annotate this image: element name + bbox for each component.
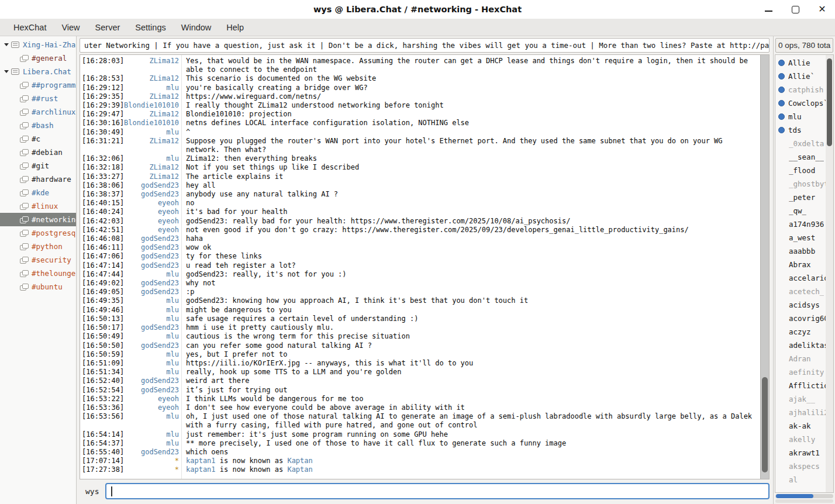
- user-row-catphish[interactable]: catphish: [775, 83, 826, 96]
- user-row--sean-[interactable]: __sean__: [775, 150, 826, 164]
- nick[interactable]: ZLima12: [123, 163, 179, 172]
- tree-row--postgresq[interactable]: #postgresq: [0, 226, 76, 240]
- user-row-allie-[interactable]: Allie`: [775, 70, 826, 83]
- nick[interactable]: godSend23: [123, 448, 179, 457]
- nick[interactable]: godSend23: [123, 234, 179, 243]
- nick[interactable]: eyeoh: [123, 395, 179, 403]
- nick[interactable]: ZLima12: [123, 110, 179, 119]
- user-row-ak-ak[interactable]: ak-ak: [775, 419, 826, 433]
- user-row-aczyz[interactable]: aczyz: [775, 325, 826, 339]
- user-row-afflictio[interactable]: Afflictio: [775, 379, 826, 392]
- menu-item-server[interactable]: Server: [88, 20, 128, 34]
- nick[interactable]: godSend23: [123, 323, 179, 332]
- nick[interactable]: godSend23: [123, 261, 179, 270]
- user-row-acidsys[interactable]: acidsys: [775, 298, 826, 312]
- nick[interactable]: Blondie101010: [123, 101, 179, 110]
- nick[interactable]: ZLima12: [123, 92, 179, 101]
- user-row-allie[interactable]: Allie: [775, 56, 826, 70]
- nick[interactable]: eyeoh: [123, 226, 179, 234]
- nick[interactable]: godSend23: [123, 386, 179, 395]
- user-row-ajak-[interactable]: ajak__: [775, 392, 826, 406]
- nick[interactable]: mlu: [123, 430, 179, 439]
- nick[interactable]: mlu: [123, 412, 179, 430]
- user-row-akrawt1[interactable]: akrawt1: [775, 446, 826, 460]
- user-row-abrax[interactable]: Abrax: [775, 258, 826, 271]
- title-bar[interactable]: wys @ Libera.Chat / #networking - HexCha…: [0, 0, 835, 19]
- event-old-nick[interactable]: kaptan1: [186, 457, 216, 465]
- nick[interactable]: mlu: [123, 368, 179, 377]
- user-row-acetech-[interactable]: acetech_: [775, 285, 826, 298]
- userlist-scrollbar[interactable]: [826, 55, 833, 492]
- minimize-button[interactable]: [764, 5, 773, 14]
- chat-messages[interactable]: [16:28:03]ZLima12Yes, that would be in t…: [80, 55, 760, 479]
- user-row-adran[interactable]: Adran: [775, 352, 826, 365]
- tree-row-xing-hai-zhan[interactable]: Xing-Hai-Zhan: [0, 38, 76, 51]
- message-input[interactable]: [105, 483, 770, 499]
- tree-row--ubuntu[interactable]: #ubuntu: [0, 280, 76, 294]
- nick[interactable]: Blondie101010: [123, 119, 179, 127]
- userlist-hscrollbar[interactable]: [775, 494, 833, 498]
- user-row-aaabbb[interactable]: aaabbb: [775, 244, 826, 258]
- nick[interactable]: mlu: [123, 128, 179, 137]
- user-row-cowclops-[interactable]: Cowclops`: [775, 96, 826, 110]
- nick[interactable]: ZLima12: [123, 74, 179, 83]
- nick[interactable]: mlu: [123, 350, 179, 359]
- tree-row--general[interactable]: #general: [0, 51, 76, 65]
- userlist-hscrollbar-thumb[interactable]: [776, 494, 813, 498]
- nick[interactable]: mlu: [123, 84, 179, 92]
- nick[interactable]: godSend23: [123, 243, 179, 252]
- user-row-mlu[interactable]: mlu: [775, 110, 826, 123]
- nick[interactable]: mlu: [123, 306, 179, 315]
- expander-icon[interactable]: [4, 43, 9, 46]
- nick[interactable]: eyeoh: [123, 199, 179, 208]
- menu-item-window[interactable]: Window: [174, 20, 219, 34]
- user-row-al[interactable]: al: [775, 473, 826, 486]
- user-row-adeliktas[interactable]: adeliktas: [775, 339, 826, 352]
- tree-row--hardware[interactable]: #hardware: [0, 172, 76, 186]
- bottom-scrollbar-track[interactable]: [775, 499, 833, 503]
- event-new-nick[interactable]: Kaptan: [287, 465, 312, 474]
- user-row-akspecs[interactable]: akspecs: [775, 460, 826, 473]
- tree-row--linux[interactable]: #linux: [0, 199, 76, 213]
- nick[interactable]: mlu: [123, 270, 179, 279]
- nick[interactable]: godSend23: [123, 288, 179, 296]
- event-old-nick[interactable]: kaptan1: [186, 465, 216, 474]
- user-row-acovrig60[interactable]: acovrig60: [775, 312, 826, 325]
- tree-row--c[interactable]: #c: [0, 132, 76, 146]
- nick[interactable]: ZLima12: [123, 172, 179, 181]
- nick[interactable]: godSend23: [123, 181, 179, 190]
- tree-row--security[interactable]: #security: [0, 253, 76, 267]
- user-row-ajhalili2[interactable]: ajhalili2: [775, 406, 826, 419]
- nick[interactable]: mlu: [123, 332, 179, 341]
- close-button[interactable]: ✕: [817, 5, 827, 14]
- user-row-aefinity[interactable]: aefinity: [775, 365, 826, 379]
- chat-scrollbar-thumb[interactable]: [762, 377, 768, 472]
- nick[interactable]: godSend23: [123, 341, 179, 350]
- tree-row--bash[interactable]: #bash: [0, 119, 76, 132]
- nick[interactable]: godSend23: [123, 190, 179, 199]
- nick[interactable]: mlu: [123, 315, 179, 323]
- nick[interactable]: mlu: [123, 296, 179, 305]
- user-row-accelario[interactable]: accelario: [775, 271, 826, 285]
- tree-row--debian[interactable]: #debian: [0, 146, 76, 159]
- tree-row--python[interactable]: #python: [0, 240, 76, 253]
- topic-input[interactable]: uter Networking | If you have a question…: [80, 38, 770, 53]
- user-list-rows[interactable]: AllieAllie`catphishCowclops`mlutds_0xdel…: [775, 55, 826, 492]
- tree-row--networking[interactable]: #networking: [0, 213, 76, 226]
- nick[interactable]: mlu: [123, 439, 179, 448]
- nick[interactable]: godSend23: [123, 279, 179, 288]
- tree-row--archlinux[interactable]: #archlinux: [0, 105, 76, 119]
- menu-item-help[interactable]: Help: [219, 20, 251, 34]
- user-row-a-west[interactable]: a_west: [775, 231, 826, 244]
- menu-item-settings[interactable]: Settings: [127, 20, 173, 34]
- user-row--peter[interactable]: _peter: [775, 191, 826, 204]
- menu-item-view[interactable]: View: [54, 20, 87, 34]
- nick[interactable]: godSend23: [123, 252, 179, 261]
- nick[interactable]: mlu: [123, 359, 179, 368]
- user-row-akelly[interactable]: akelly: [775, 433, 826, 446]
- nick[interactable]: mlu: [123, 154, 179, 163]
- maximize-button[interactable]: [791, 5, 800, 14]
- chat-scrollbar[interactable]: [760, 55, 769, 479]
- nick[interactable]: ZLima12: [123, 137, 179, 154]
- user-row-tds[interactable]: tds: [775, 123, 826, 137]
